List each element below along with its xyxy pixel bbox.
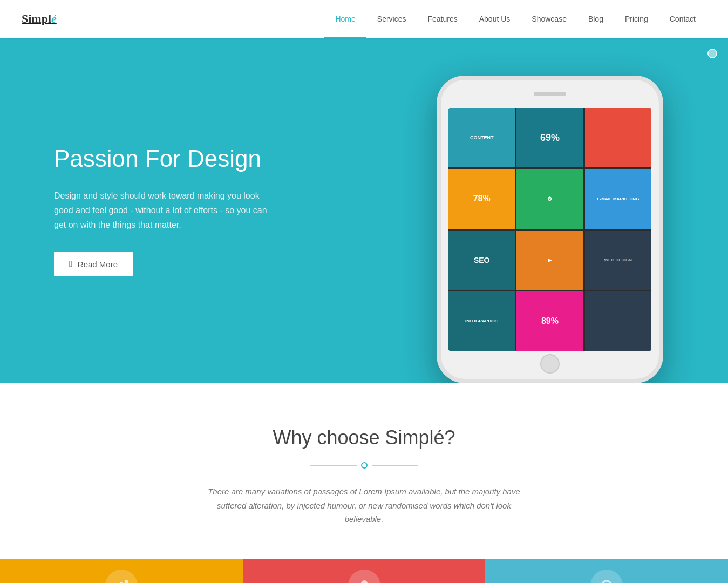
svg-point-6 bbox=[602, 581, 611, 584]
feature-box-blue-content bbox=[485, 559, 728, 584]
divider-line-left bbox=[310, 465, 357, 466]
hero-title: Passion For Design bbox=[54, 145, 281, 173]
logo[interactable]: Simplé bbox=[22, 12, 57, 26]
navbar: Simplé Home Services Features About Us S… bbox=[0, 0, 728, 38]
why-title: Why choose Simplé? bbox=[22, 426, 706, 449]
screen-tile-3 bbox=[585, 108, 651, 167]
screen-tile-5: ⚙ bbox=[516, 169, 583, 228]
why-divider bbox=[310, 462, 418, 469]
feature-box-yellow bbox=[0, 559, 243, 584]
feature-box-red-content bbox=[243, 559, 486, 584]
screen-tile-12 bbox=[585, 292, 651, 351]
hero-content: Passion For Design Design and style shou… bbox=[0, 101, 281, 320]
feature-boxes bbox=[0, 559, 728, 584]
feature-icon-blue bbox=[590, 570, 623, 584]
nav-about[interactable]: About Us bbox=[468, 0, 521, 38]
why-section: Why choose Simplé? There are many variat… bbox=[0, 383, 728, 583]
divider-line-right bbox=[372, 465, 418, 466]
settings-icon bbox=[599, 578, 614, 584]
screen-tile-8: ▶ bbox=[516, 231, 583, 290]
feature-box-blue bbox=[485, 559, 728, 584]
nav-features[interactable]: Features bbox=[417, 0, 468, 38]
feature-icon-red bbox=[348, 570, 380, 584]
phone-mockup: CONTENT 69% 78% ⚙ E-MAIL MARKETING SEO ▶… bbox=[383, 70, 717, 383]
feature-box-red bbox=[243, 559, 486, 584]
svg-rect-2 bbox=[125, 580, 128, 584]
chart-icon bbox=[114, 578, 129, 584]
screen-tile-7: SEO bbox=[448, 231, 515, 290]
feature-box-yellow-content bbox=[0, 559, 243, 584]
phone-outer: CONTENT 69% 78% ⚙ E-MAIL MARKETING SEO ▶… bbox=[437, 76, 663, 383]
screen-tile-4: 78% bbox=[448, 169, 515, 228]
nav-blog[interactable]: Blog bbox=[577, 0, 614, 38]
phone-speaker bbox=[534, 92, 566, 96]
hand-icon bbox=[357, 578, 372, 584]
feature-icon-yellow bbox=[105, 570, 138, 584]
read-more-button[interactable]:  Read More bbox=[54, 252, 133, 276]
read-more-label: Read More bbox=[78, 260, 118, 269]
nav-pricing[interactable]: Pricing bbox=[614, 0, 659, 38]
hero-phone-image: CONTENT 69% 78% ⚙ E-MAIL MARKETING SEO ▶… bbox=[361, 38, 728, 383]
screen-tile-11: 89% bbox=[516, 292, 583, 351]
phone-home-button bbox=[540, 354, 560, 374]
apple-icon:  bbox=[69, 259, 72, 269]
screen-tile-1: CONTENT bbox=[448, 108, 515, 167]
logo-text: Simplé bbox=[22, 12, 57, 25]
svg-point-3 bbox=[361, 580, 368, 584]
hero-section: Passion For Design Design and style shou… bbox=[0, 38, 728, 383]
nav-links: Home Services Features About Us Showcase… bbox=[324, 0, 706, 38]
nav-showcase[interactable]: Showcase bbox=[521, 0, 577, 38]
hero-description: Design and style should work toward maki… bbox=[54, 188, 281, 233]
screen-tile-10: INFOGRAPHICS bbox=[448, 292, 515, 351]
screen-tile-9: WEB DESIGN bbox=[585, 231, 651, 290]
nav-contact[interactable]: Contact bbox=[659, 0, 706, 38]
nav-home[interactable]: Home bbox=[324, 0, 366, 38]
nav-services[interactable]: Services bbox=[366, 0, 417, 38]
screen-tile-2: 69% bbox=[516, 108, 583, 167]
divider-dot bbox=[361, 462, 368, 469]
phone-screen: CONTENT 69% 78% ⚙ E-MAIL MARKETING SEO ▶… bbox=[448, 108, 651, 351]
why-description: There are many variations of passages of… bbox=[197, 485, 532, 526]
screen-tile-6: E-MAIL MARKETING bbox=[585, 169, 651, 228]
